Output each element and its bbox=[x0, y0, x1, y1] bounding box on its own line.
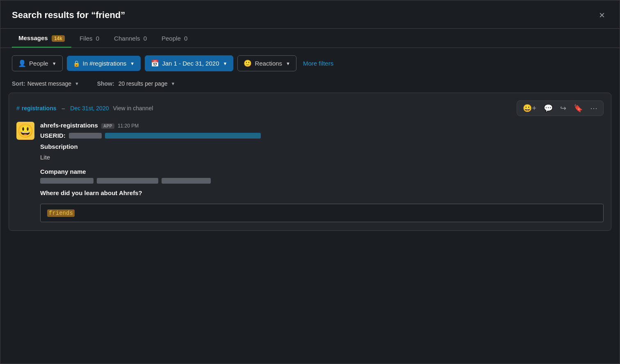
tab-channels[interactable]: Channels 0 bbox=[107, 29, 153, 48]
sort-chevron-icon: ▼ bbox=[75, 81, 79, 86]
forward-button[interactable]: ↪ bbox=[557, 102, 570, 114]
messages-count-badge: 14k bbox=[52, 35, 65, 42]
view-in-channel-link[interactable]: View in channel bbox=[113, 105, 153, 111]
channel-hash-icon: # bbox=[16, 105, 20, 111]
show-control[interactable]: Show: 20 results per page ▼ bbox=[97, 80, 176, 87]
in-channel-filter-button[interactable]: 🔒 In #registrations ▼ bbox=[67, 56, 141, 71]
more-actions-button[interactable]: ⋯ bbox=[587, 102, 601, 114]
more-filters-button[interactable]: More filters bbox=[301, 56, 336, 71]
results-area: # registrations – Dec 31st, 2020 View in… bbox=[0, 93, 620, 364]
userid-row: USERID: bbox=[40, 131, 604, 141]
highlight-box: friends bbox=[40, 204, 604, 222]
reply-button[interactable]: 💬 bbox=[540, 102, 556, 114]
chevron-down-icon: ▼ bbox=[223, 61, 228, 66]
smiley-icon: 🙂 bbox=[244, 59, 252, 67]
sort-row: Sort: Newest message ▼ Show: 20 results … bbox=[0, 79, 620, 93]
redacted-userid-1 bbox=[69, 133, 102, 139]
modal-header: Search results for “friend” × bbox=[0, 0, 620, 29]
bookmark-button[interactable]: 🔖 bbox=[570, 102, 586, 114]
chevron-down-icon: ▼ bbox=[52, 61, 57, 66]
sort-control[interactable]: Sort: Newest message ▼ bbox=[12, 80, 79, 87]
company-value-row bbox=[40, 178, 604, 184]
people-icon: 👤 bbox=[18, 59, 26, 67]
result-card-header: # registrations – Dec 31st, 2020 View in… bbox=[16, 100, 604, 116]
tab-files[interactable]: Files 0 bbox=[73, 29, 106, 48]
sender-row: ahrefs-registrations APP 11:20 PM bbox=[40, 122, 604, 129]
result-card: # registrations – Dec 31st, 2020 View in… bbox=[9, 93, 611, 231]
result-meta: # registrations – Dec 31st, 2020 View in… bbox=[16, 105, 153, 111]
subscription-label-row: Subscription bbox=[40, 142, 604, 152]
tabs-row: Messages 14k Files 0 Channels 0 People 0 bbox=[0, 29, 620, 48]
message-content: ahrefs-registrations APP 11:20 PM USERID… bbox=[40, 122, 604, 222]
tab-people[interactable]: People 0 bbox=[155, 29, 194, 48]
people-filter-button[interactable]: 👤 People ▼ bbox=[12, 55, 63, 71]
filters-row: 👤 People ▼ 🔒 In #registrations ▼ 📅 Jan 1… bbox=[0, 48, 620, 79]
company-label-row: Company name bbox=[40, 167, 604, 177]
result-date-link[interactable]: Dec 31st, 2020 bbox=[70, 105, 109, 111]
channel-link[interactable]: registrations bbox=[22, 105, 57, 111]
close-button[interactable]: × bbox=[596, 9, 608, 22]
show-chevron-icon: ▼ bbox=[171, 81, 175, 86]
add-reaction-button[interactable]: 😀+ bbox=[520, 102, 540, 114]
date-range-filter-button[interactable]: 📅 Jan 1 - Dec 31, 2020 ▼ bbox=[145, 55, 233, 71]
calendar-icon: 📅 bbox=[151, 59, 159, 67]
modal-title: Search results for “friend” bbox=[12, 10, 125, 20]
tab-messages[interactable]: Messages 14k bbox=[12, 29, 71, 48]
chevron-down-icon: ▼ bbox=[286, 61, 290, 66]
subscription-value-row: Lite bbox=[40, 153, 604, 162]
sender-name: ahrefs-registrations bbox=[40, 122, 98, 129]
search-results-modal: Search results for “friend” × Messages 1… bbox=[0, 0, 620, 364]
message-body: 😃 ahrefs-registrations APP 11:20 PM USER… bbox=[16, 122, 604, 222]
message-timestamp: 11:20 PM bbox=[118, 123, 139, 129]
avatar: 😃 bbox=[16, 122, 34, 140]
message-text: USERID: Subscription Lite bbox=[40, 131, 604, 222]
redacted-userid-2 bbox=[105, 133, 261, 139]
channel-filter-icon: 🔒 bbox=[73, 60, 80, 67]
reactions-filter-button[interactable]: 🙂 Reactions ▼ bbox=[237, 55, 296, 71]
highlight-word: friends bbox=[47, 209, 75, 217]
card-actions: 😀+ 💬 ↪ 🔖 ⋯ bbox=[517, 100, 604, 116]
chevron-down-icon: ▼ bbox=[130, 61, 134, 66]
where-label-row: Where did you learn about Ahrefs? bbox=[40, 189, 604, 198]
app-badge: APP bbox=[101, 123, 114, 129]
